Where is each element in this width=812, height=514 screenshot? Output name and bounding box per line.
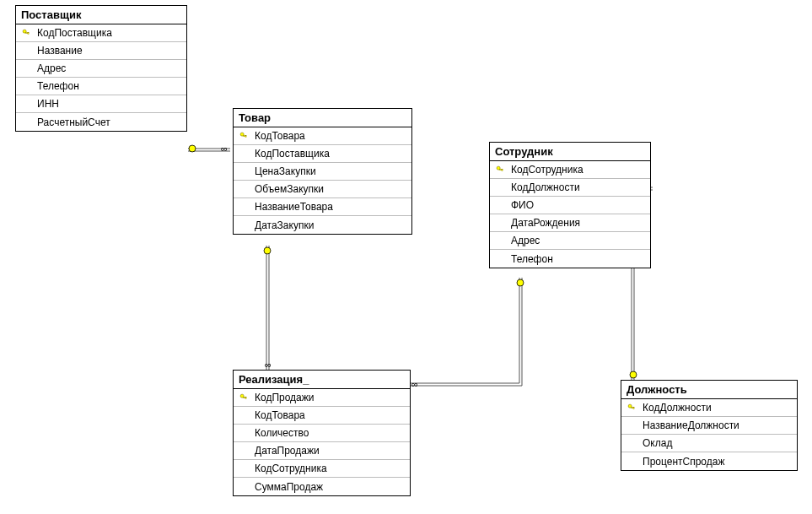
table-row[interactable]: КодСотрудника <box>490 161 650 179</box>
table-body: КодПродажи КодТовара Количество ДатаПрод… <box>234 389 410 495</box>
field-name: ПроцентСпродаж <box>639 456 724 468</box>
table-row[interactable]: ДатаПродажи <box>234 442 410 460</box>
field-name: ИНН <box>34 98 59 110</box>
table-row[interactable]: КодТовара <box>234 407 410 425</box>
table-sale[interactable]: Реализация_ КодПродажи КодТовара Количес… <box>233 370 411 496</box>
table-row[interactable]: ОбъемЗакупки <box>234 181 411 198</box>
table-body: КодСотрудника КодДолжности ФИО ДатаРожде… <box>490 161 650 268</box>
table-title: Товар <box>234 109 411 127</box>
table-row[interactable]: СуммаПродаж <box>234 478 410 495</box>
field-name: ДатаРождения <box>508 217 580 229</box>
table-product[interactable]: Товар КодТовара КодПоставщика ЦенаЗакупк… <box>233 108 412 235</box>
table-row[interactable]: КодДолжности <box>621 399 797 417</box>
table-title: Реализация_ <box>234 371 410 389</box>
table-row[interactable]: КодСотрудника <box>234 460 410 478</box>
table-row[interactable]: Телефон <box>490 250 650 268</box>
field-name: Адрес <box>34 62 66 74</box>
table-body: КодДолжности НазваниеДолжности Оклад Про… <box>621 399 797 470</box>
table-row[interactable]: ИНН <box>16 95 186 113</box>
table-row[interactable]: Адрес <box>490 232 650 250</box>
field-name: Телефон <box>34 80 79 92</box>
table-row[interactable]: Телефон <box>16 78 186 95</box>
field-name: ДатаЗакупки <box>251 219 314 231</box>
field-name: КодПоставщика <box>34 27 112 39</box>
field-name: Оклад <box>639 437 672 449</box>
table-row[interactable]: КодПоставщика <box>234 145 411 163</box>
field-name: СуммаПродаж <box>251 481 323 493</box>
table-row[interactable]: Количество <box>234 425 410 442</box>
table-row[interactable]: КодТовара <box>234 127 411 145</box>
table-body: КодПоставщика Название Адрес Телефон ИНН… <box>16 24 186 131</box>
svg-rect-17 <box>245 397 246 398</box>
table-row[interactable]: НазваниеТовара <box>234 198 411 216</box>
svg-rect-20 <box>633 407 634 408</box>
field-name: КодДолжности <box>639 402 712 414</box>
table-employee[interactable]: Сотрудник КодСотрудника КодДолжности ФИО… <box>489 142 651 268</box>
field-name: КодСотрудника <box>251 463 327 474</box>
field-name: КодТовара <box>251 130 305 142</box>
primary-key-icon <box>236 393 251 402</box>
field-name: ДатаПродажи <box>251 445 320 457</box>
svg-rect-11 <box>245 135 246 137</box>
field-name: КодПродажи <box>251 392 315 403</box>
field-name: РасчетныйСчет <box>34 116 110 128</box>
field-name: КодДолжности <box>508 181 580 193</box>
table-row[interactable]: КодПоставщика <box>16 24 186 42</box>
table-row[interactable]: РасчетныйСчет <box>16 113 186 131</box>
table-row[interactable]: ДатаРождения <box>490 214 650 232</box>
primary-key-icon <box>19 29 34 37</box>
table-row[interactable]: ФИО <box>490 197 650 214</box>
table-row[interactable]: Адрес <box>16 60 186 78</box>
field-name: Телефон <box>508 253 553 265</box>
table-row[interactable]: Название <box>16 42 186 60</box>
primary-key-icon <box>492 165 508 174</box>
field-name: Количество <box>251 427 309 439</box>
field-name: КодСотрудника <box>508 164 583 176</box>
table-title: Сотрудник <box>490 143 650 161</box>
field-name: Название <box>34 45 83 57</box>
field-name: ФИО <box>508 199 534 211</box>
table-row[interactable]: КодПродажи <box>234 389 410 407</box>
field-name: НазваниеТовара <box>251 201 333 213</box>
field-name: ОбъемЗакупки <box>251 183 324 195</box>
primary-key-icon <box>624 403 639 412</box>
table-row[interactable]: ДатаЗакупки <box>234 216 411 234</box>
er-diagram-canvas: ∞ Поставщик КодПостав <box>0 0 812 514</box>
field-name: КодПоставщика <box>251 148 330 160</box>
svg-rect-14 <box>502 169 503 170</box>
table-supplier[interactable]: Поставщик КодПоставщика Название Адрес Т… <box>15 5 187 132</box>
svg-rect-8 <box>28 32 29 34</box>
table-row[interactable]: ПроцентСпродаж <box>621 452 797 470</box>
table-row[interactable]: ЦенаЗакупки <box>234 163 411 181</box>
primary-key-icon <box>236 132 251 140</box>
table-row[interactable]: Оклад <box>621 435 797 452</box>
field-name: НазваниеДолжности <box>639 419 739 431</box>
field-name: КодТовара <box>251 409 305 421</box>
field-name: ЦенаЗакупки <box>251 165 316 177</box>
table-title: Поставщик <box>16 6 186 24</box>
field-name: Адрес <box>508 235 540 246</box>
table-title: Должность <box>621 381 797 399</box>
table-body: КодТовара КодПоставщика ЦенаЗакупки Объе… <box>234 127 411 234</box>
table-row[interactable]: КодДолжности <box>490 179 650 197</box>
table-position[interactable]: Должность КодДолжности НазваниеДолжности… <box>621 380 798 471</box>
table-row[interactable]: НазваниеДолжности <box>621 417 797 435</box>
